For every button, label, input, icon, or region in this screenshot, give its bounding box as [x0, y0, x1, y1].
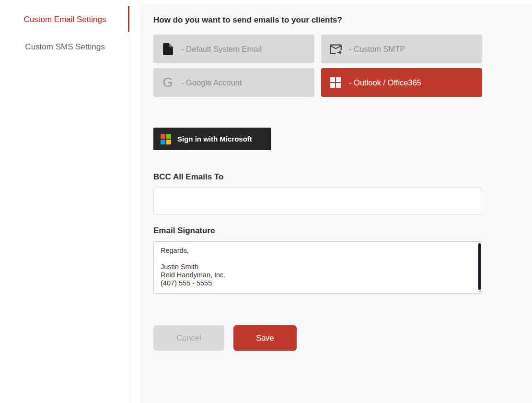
bcc-input[interactable] [153, 188, 482, 214]
method-custom-smtp[interactable]: - Custom SMTP [321, 35, 482, 63]
textarea-resize-handle[interactable] [478, 289, 481, 292]
envelope-forward-icon [329, 43, 342, 56]
signature-field-wrap: Regards, Justin Smith Reid Handyman, Inc… [153, 241, 482, 294]
email-signature-label: Email Signature [153, 226, 532, 236]
method-label: - Outlook / Office365 [349, 78, 421, 87]
microsoft-squares-icon [329, 77, 342, 88]
sign-in-with-microsoft-button[interactable]: Sign in with Microsoft [153, 128, 271, 150]
method-label: - Default System Email [181, 45, 262, 54]
textarea-scrollbar[interactable] [478, 243, 481, 290]
settings-sidebar: Custom Email Settings Custom SMS Setting… [0, 0, 130, 403]
method-outlook-office365[interactable]: - Outlook / Office365 [321, 68, 482, 97]
method-default-system-email[interactable]: - Default System Email [153, 35, 314, 63]
cancel-button[interactable]: Cancel [153, 325, 224, 351]
bcc-label: BCC All Emails To [153, 172, 532, 182]
form-actions: Cancel Save [153, 325, 532, 351]
page-title: How do you want to send emails to your c… [153, 15, 532, 25]
document-icon [161, 43, 174, 55]
active-tab-indicator [128, 6, 129, 32]
microsoft-logo-icon [161, 134, 171, 144]
email-signature-textarea[interactable]: Regards, Justin Smith Reid Handyman, Inc… [153, 241, 482, 294]
sidebar-item-custom-sms-settings[interactable]: Custom SMS Settings [0, 33, 130, 60]
custom-email-settings-panel: How do you want to send emails to your c… [140, 4, 532, 403]
ms-signin-label: Sign in with Microsoft [177, 135, 252, 143]
method-google-account[interactable]: G - Google Account [153, 68, 314, 97]
email-method-options: - Default System Email - Custom SMTP G -… [153, 35, 482, 97]
save-button[interactable]: Save [233, 325, 297, 351]
method-label: - Custom SMTP [349, 45, 405, 54]
method-label: - Google Account [181, 78, 242, 87]
google-g-icon: G [161, 76, 174, 89]
sidebar-item-custom-email-settings[interactable]: Custom Email Settings [0, 6, 130, 33]
